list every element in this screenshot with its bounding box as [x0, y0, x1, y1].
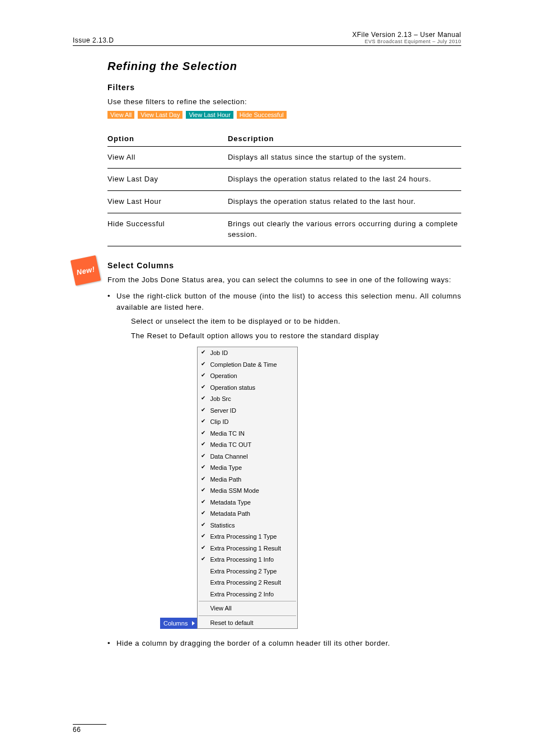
filter-btn-view-last-hour[interactable]: View Last Hour	[186, 111, 233, 119]
menu-item[interactable]: Extra Processing 2 Type	[198, 566, 297, 577]
filter-btn-view-last-day[interactable]: View Last Day	[138, 111, 182, 119]
menu-item[interactable]: Data Channel	[198, 451, 297, 463]
menu-item[interactable]: Media Type	[198, 462, 297, 474]
th-description: Description	[228, 131, 461, 147]
menu-item[interactable]: Statistics	[198, 520, 297, 531]
table-row: Hide Successful Brings out clearly the v…	[107, 213, 461, 246]
menu-item[interactable]: Media Path	[198, 474, 297, 486]
cell-description: Displays the operation status related to…	[228, 169, 461, 191]
menu-item-view-all[interactable]: View All	[198, 603, 297, 614]
menu-item[interactable]: Media TC IN	[198, 428, 297, 440]
filters-intro: Use these filters to refine the selectio…	[107, 96, 461, 108]
cell-option: Hide Successful	[107, 213, 228, 246]
section-title: Refining the Selection	[107, 60, 461, 73]
filters-heading: Filters	[107, 83, 461, 92]
page-number: 66	[73, 724, 106, 734]
menu-item[interactable]: Operation	[198, 370, 297, 382]
header-right-main: XFile Version 2.13 – User Manual	[352, 31, 461, 39]
options-table: Option Description View All Displays all…	[107, 131, 461, 246]
menu-item[interactable]: Extra Processing 2 Info	[198, 589, 297, 600]
header-right-sub: EVS Broadcast Equipment – July 2010	[352, 39, 461, 44]
menu-item-reset[interactable]: Reset to default	[198, 617, 297, 629]
menu-item[interactable]: Extra Processing 1 Result	[198, 543, 297, 554]
new-badge: New!	[71, 255, 101, 286]
bullet-text: Use the right-click button of the mouse …	[116, 292, 461, 311]
cell-description: Displays all status since the startup of…	[228, 146, 461, 169]
table-row: View Last Day Displays the operation sta…	[107, 169, 461, 191]
columns-context-menu: Job IDCompletion Date & TimeOperationOpe…	[197, 347, 298, 629]
menu-item[interactable]: Metadata Path	[198, 508, 297, 520]
page-header: Issue 2.13.D XFile Version 2.13 – User M…	[73, 31, 461, 46]
bullet-text: Hide a column by dragging the border of …	[116, 639, 390, 647]
table-row: View All Displays all status since the s…	[107, 146, 461, 169]
table-row: View Last Hour Displays the operation st…	[107, 191, 461, 213]
menu-item[interactable]: Extra Processing 2 Result	[198, 577, 297, 589]
filter-buttons: View All View Last Day View Last Hour Hi…	[107, 111, 461, 119]
columns-button-label: Columns	[163, 619, 188, 628]
columns-button[interactable]: Columns	[160, 618, 197, 629]
cell-description: Brings out clearly the various errors oc…	[228, 213, 461, 246]
menu-item[interactable]: Operation status	[198, 382, 297, 394]
sub-text: Select or unselect the item to be displa…	[131, 316, 461, 327]
menu-item[interactable]: Media TC OUT	[198, 439, 297, 451]
menu-item[interactable]: Clip ID	[198, 416, 297, 428]
menu-item[interactable]: Server ID	[198, 405, 297, 417]
sub-text: The Reset to Default option allows you t…	[131, 330, 461, 342]
bullet-item: Hide a column by dragging the border of …	[107, 638, 461, 649]
menu-item[interactable]: Completion Date & Time	[198, 359, 297, 371]
menu-item[interactable]: Job Src	[198, 393, 297, 405]
th-option: Option	[107, 131, 228, 147]
filter-btn-hide-successful[interactable]: Hide Successful	[237, 111, 287, 119]
menu-item[interactable]: Extra Processing 1 Type	[198, 531, 297, 543]
cell-option: View Last Day	[107, 169, 228, 191]
menu-item[interactable]: Media SSM Mode	[198, 485, 297, 497]
menu-item[interactable]: Job ID	[198, 347, 297, 359]
arrow-right-icon	[192, 621, 195, 626]
cell-description: Displays the operation status related to…	[228, 191, 461, 213]
bullet-item: Use the right-click button of the mouse …	[107, 291, 461, 629]
cell-option: View All	[107, 146, 228, 169]
filter-btn-view-all[interactable]: View All	[107, 111, 134, 119]
select-columns-heading: Select Columns	[107, 261, 461, 270]
menu-item[interactable]: Extra Processing 1 Info	[198, 554, 297, 566]
header-left: Issue 2.13.D	[73, 36, 114, 44]
menu-item[interactable]: Metadata Type	[198, 497, 297, 508]
cell-option: View Last Hour	[107, 191, 228, 213]
select-columns-intro: From the Jobs Done Status area, you can …	[107, 274, 461, 286]
